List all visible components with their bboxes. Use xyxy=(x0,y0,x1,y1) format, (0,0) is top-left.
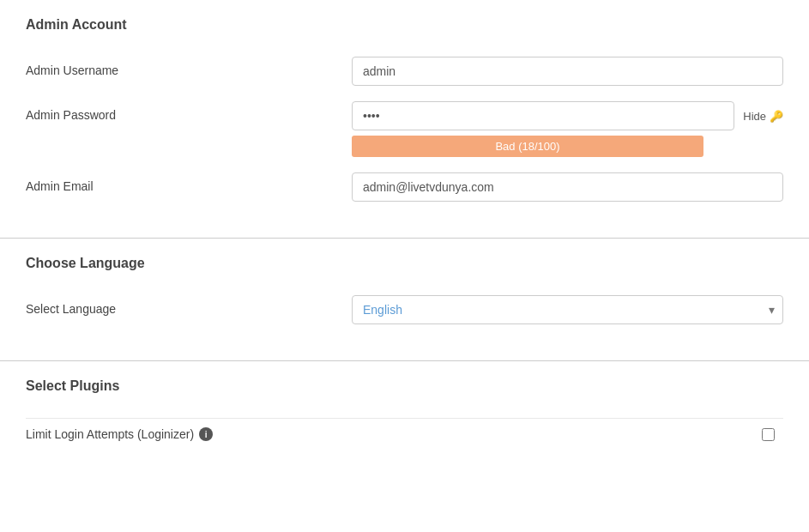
select-language-label: Select Language xyxy=(26,295,352,316)
admin-email-row: Admin Email xyxy=(26,172,783,202)
admin-username-row: Admin Username xyxy=(26,57,783,86)
choose-language-title: Choose Language xyxy=(26,256,783,278)
admin-password-row: Admin Password Hide 🔑 Bad (18/100) xyxy=(26,101,783,157)
password-strength-wrap: Bad (18/100) xyxy=(352,130,703,157)
select-plugins-title: Select Plugins xyxy=(26,378,783,401)
language-select[interactable]: English Spanish French German Arabic xyxy=(352,295,783,324)
admin-email-wrap xyxy=(352,172,783,202)
password-strength-bar: Bad (18/100) xyxy=(352,136,703,157)
plugin-1-checkbox[interactable] xyxy=(762,428,775,441)
password-field-row: Hide 🔑 xyxy=(352,101,783,130)
plugin-row-1: Limit Login Attempts (Loginizer) i xyxy=(26,418,783,450)
admin-password-input[interactable] xyxy=(352,101,734,130)
admin-password-label: Admin Password xyxy=(26,101,352,122)
plugin-1-label: Limit Login Attempts (Loginizer) i xyxy=(26,427,762,441)
select-plugins-section: Select Plugins Limit Login Attempts (Log… xyxy=(0,361,809,470)
admin-account-section: Admin Account Admin Username Admin Passw… xyxy=(0,0,809,238)
plugin-1-info-icon[interactable]: i xyxy=(199,427,213,441)
language-select-wrap: English Spanish French German Arabic xyxy=(352,295,783,324)
admin-username-label: Admin Username xyxy=(26,57,352,77)
admin-account-title: Admin Account xyxy=(26,17,783,39)
admin-email-label: Admin Email xyxy=(26,172,352,193)
hide-password-button[interactable]: Hide 🔑 xyxy=(743,110,783,123)
select-language-row: Select Language English Spanish French G… xyxy=(26,295,783,324)
admin-email-input[interactable] xyxy=(352,172,783,202)
admin-username-input[interactable] xyxy=(352,57,783,86)
hide-label: Hide xyxy=(743,110,766,123)
admin-username-wrap xyxy=(352,57,783,86)
key-icon: 🔑 xyxy=(770,110,783,123)
admin-password-wrap: Hide 🔑 Bad (18/100) xyxy=(352,101,783,157)
plugin-1-name: Limit Login Attempts (Loginizer) xyxy=(26,427,194,441)
select-language-wrap: English Spanish French German Arabic xyxy=(352,295,783,324)
choose-language-section: Choose Language Select Language English … xyxy=(0,239,809,360)
